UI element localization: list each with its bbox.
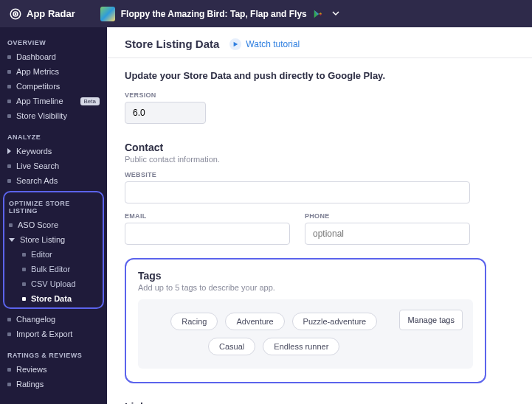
sidebar-item-store-listing[interactable]: Store Listing [4,232,103,247]
sidebar-item-editor[interactable]: Editor [4,247,103,262]
manage-tags-button[interactable]: Manage tags [399,310,463,330]
page-title: Store Listing Data [125,38,219,50]
sidebar-item-bulk-editor[interactable]: Bulk Editor [4,262,103,276]
topbar: App Radar Floppy the Amazing Bird: Tap, … [0,0,532,27]
radar-icon [9,7,22,21]
app-icon [100,7,115,21]
brand-name: App Radar [27,8,75,19]
app-selector[interactable]: Floppy the Amazing Bird: Tap, Flap and F… [100,7,339,21]
play-icon [229,38,241,50]
page-header: Store Listing Data Watch tutorial [107,27,532,58]
page-lead: Update your Store Data and push directly… [125,70,514,81]
google-play-icon [313,9,323,19]
sidebar-item-dashboard[interactable]: Dashboard [0,49,107,64]
sidebar-item-store-visibility[interactable]: Store Visibility [0,108,107,123]
sidebar-section-ratings: RATINGS & REVIEWS [0,347,107,362]
sidebar-item-import-export[interactable]: Import & Export [0,327,107,341]
watch-tutorial-link[interactable]: Watch tutorial [229,38,300,50]
email-label: EMAIL [125,212,290,220]
chevron-down-icon [332,9,339,19]
sidebar-item-aso-score[interactable]: ASO Score [4,217,103,232]
sidebar-item-search-ads[interactable]: Search Ads [0,173,107,188]
sidebar-section-analyze: ANALYZE [0,129,107,144]
sidebar-group-optimize: OPTIMIZE STORE LISTING ASO Score Store L… [3,191,104,309]
contact-sub: Public contact information. [125,155,514,164]
sidebar-item-live-search[interactable]: Live Search [0,159,107,173]
website-input[interactable] [125,181,470,203]
sidebar-item-app-metrics[interactable]: App Metrics [0,64,107,79]
svg-point-2 [15,13,16,15]
email-input[interactable] [125,223,290,245]
sidebar-item-keywords[interactable]: Keywords [0,144,107,159]
contact-title: Contact [125,142,514,153]
tag-chip[interactable]: Puzzle-adventure [292,313,378,330]
version-input[interactable] [125,102,206,124]
version-label: VERSION [125,91,514,99]
tag-chip[interactable]: Casual [208,338,255,355]
tag-chip[interactable]: Racing [170,313,218,330]
app-name: Floppy the Amazing Bird: Tap, Flap and F… [121,9,307,19]
tag-chip[interactable]: Adventure [225,313,284,330]
tag-chip[interactable]: Endless runner [263,338,339,355]
sidebar-item-competitors[interactable]: Competitors [0,79,107,94]
sidebar-item-reviews[interactable]: Reviews [0,362,107,377]
tags-title: Tags [138,270,473,282]
beta-badge: Beta [80,97,100,105]
sidebar-section-optimize: OPTIMIZE STORE LISTING [4,195,103,217]
tags-panel: Tags Add up to 5 tags to describe your a… [125,258,486,383]
tags-chip-list: Racing Adventure Puzzle-adventure Casual… [148,310,399,358]
links-title: Links [125,401,514,404]
sidebar-section-overview: OVERVIEW [0,35,107,49]
sidebar-item-csv-upload[interactable]: CSV Upload [4,276,103,291]
main-content: Store Listing Data Watch tutorial Update… [107,27,532,404]
sidebar-item-ratings[interactable]: Ratings [0,377,107,391]
phone-input[interactable] [305,223,470,245]
sidebar-item-changelog[interactable]: Changelog [0,312,107,327]
sidebar: OVERVIEW Dashboard App Metrics Competito… [0,27,107,404]
brand-logo[interactable]: App Radar [9,7,75,21]
website-label: WEBSITE [125,171,514,178]
sidebar-item-store-data[interactable]: Store Data [4,291,103,306]
phone-label: PHONE [305,212,470,220]
sidebar-item-app-timeline[interactable]: App TimelineBeta [0,94,107,108]
tags-sub: Add up to 5 tags to describe your app. [138,283,473,292]
